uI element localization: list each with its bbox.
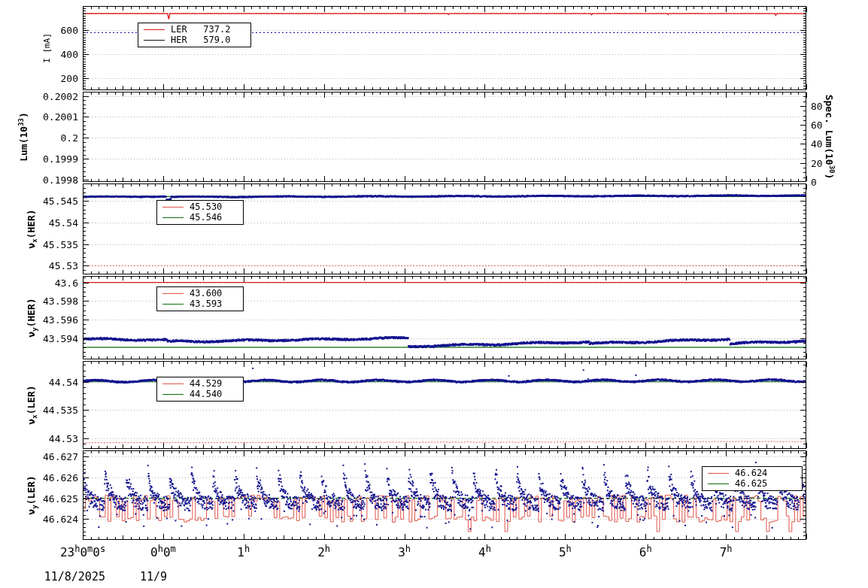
accelerator-tune-history-plot — [0, 0, 868, 588]
chart-canvas — [0, 0, 868, 588]
